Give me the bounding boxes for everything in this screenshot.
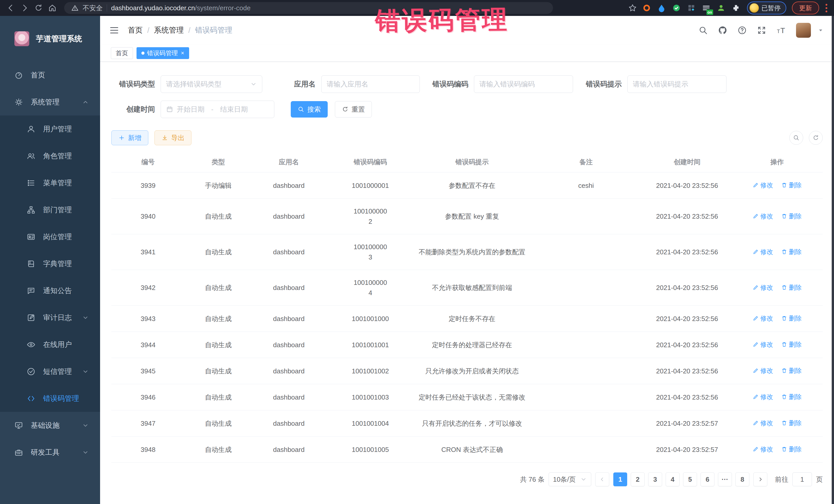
- delete-link[interactable]: 删除: [781, 180, 802, 190]
- chevron-up-icon: [82, 99, 89, 106]
- logo-row[interactable]: 芋道管理系统: [0, 16, 100, 62]
- grid-extension-icon[interactable]: [685, 2, 698, 14]
- sidebar-item-notice-announcement[interactable]: 通知公告: [0, 277, 100, 304]
- next-page-button[interactable]: [753, 473, 767, 486]
- browser-update-button[interactable]: 更新: [792, 2, 819, 14]
- github-icon[interactable]: [718, 26, 727, 35]
- hamburger-icon[interactable]: [109, 25, 119, 36]
- profile-paused-badge[interactable]: 已暂停: [747, 2, 786, 14]
- page-button-6[interactable]: 6: [701, 473, 715, 486]
- page-button-1[interactable]: 1: [613, 473, 627, 486]
- address-bar[interactable]: 不安全 dashboard.yudao.iocoder.cn/system/er…: [64, 2, 553, 14]
- sidebar-item-sms-management[interactable]: 短信管理: [0, 358, 100, 385]
- sidebar-item-post-management[interactable]: 岗位管理: [0, 223, 100, 250]
- page-button-5[interactable]: 5: [683, 473, 697, 486]
- sidebar-item-user-management[interactable]: 用户管理: [0, 115, 100, 143]
- edit-link[interactable]: 修改: [753, 282, 773, 292]
- edit-link[interactable]: 修改: [753, 444, 773, 454]
- delete-link[interactable]: 删除: [781, 211, 802, 221]
- cell-actions: 修改 删除: [731, 234, 823, 270]
- green-person-extension-icon[interactable]: [715, 2, 727, 14]
- page-ellipsis[interactable]: ···: [718, 473, 732, 486]
- sidebar-item-home[interactable]: 首页: [0, 62, 100, 89]
- goto-page-input[interactable]: [792, 473, 812, 486]
- edit-link[interactable]: 修改: [753, 211, 773, 221]
- tag-error-code[interactable]: 错误码管理 ×: [136, 47, 189, 59]
- delete-link[interactable]: 删除: [781, 247, 802, 257]
- delete-link[interactable]: 删除: [781, 444, 802, 454]
- sidebar-item-audit-log[interactable]: 审计日志: [0, 304, 100, 331]
- sidebar-item-dev-tools[interactable]: 研发工具: [0, 439, 100, 466]
- page-button-3[interactable]: 3: [648, 473, 662, 486]
- green-circle-extension-icon[interactable]: [670, 2, 683, 14]
- blue-drop-extension-icon[interactable]: [655, 2, 668, 14]
- toggle-search-icon[interactable]: [789, 131, 803, 145]
- export-button[interactable]: 导出: [154, 130, 192, 145]
- prev-page-button[interactable]: [595, 473, 609, 486]
- reset-button[interactable]: 重置: [335, 101, 372, 117]
- sidebar-item-dept-management[interactable]: 部门管理: [0, 196, 100, 223]
- sidebar-item-role-management[interactable]: 角色管理: [0, 143, 100, 169]
- delete-link[interactable]: 删除: [781, 366, 802, 376]
- monitor-icon: [14, 421, 23, 430]
- delete-link[interactable]: 删除: [781, 282, 802, 292]
- cell-app: dashboard: [252, 199, 326, 234]
- edit-link[interactable]: 修改: [753, 180, 773, 190]
- cell-created: 2021-04-20 23:52:56: [642, 199, 731, 234]
- edit-link[interactable]: 修改: [753, 418, 773, 428]
- error-type-select[interactable]: 请选择错误码类型: [161, 75, 262, 93]
- code-icon: [27, 394, 36, 403]
- puzzle-extension-icon[interactable]: [729, 2, 742, 14]
- delete-link[interactable]: 删除: [781, 392, 802, 402]
- back-icon[interactable]: [5, 2, 17, 14]
- sidebar-item-online-users[interactable]: 在线用户: [0, 331, 100, 358]
- page-button-2[interactable]: 2: [631, 473, 644, 486]
- avatar-caret-icon[interactable]: [817, 27, 824, 34]
- switch-on-extension-icon[interactable]: on: [700, 2, 712, 14]
- address-divider: [107, 4, 107, 12]
- browser-menu-icon[interactable]: [824, 4, 829, 12]
- error-hint-input[interactable]: [633, 80, 721, 88]
- page-size-select[interactable]: 10条/页: [549, 473, 591, 486]
- edit-link[interactable]: 修改: [753, 247, 773, 257]
- page-button-8[interactable]: 8: [736, 473, 749, 486]
- refresh-icon[interactable]: [809, 131, 823, 145]
- delete-link[interactable]: 删除: [781, 313, 802, 323]
- header-search-icon[interactable]: [699, 26, 708, 35]
- cell-hint: 只允许修改为开启或者关闭状态: [415, 358, 529, 384]
- sidebar-item-error-code-management[interactable]: 错误码管理: [0, 385, 100, 412]
- forward-icon[interactable]: [19, 2, 30, 14]
- date-range-picker[interactable]: 开始日期 - 结束日期: [161, 101, 274, 118]
- error-code-input[interactable]: [479, 80, 568, 88]
- edit-link[interactable]: 修改: [753, 339, 773, 350]
- delete-link[interactable]: 删除: [781, 418, 802, 428]
- tag-close-icon[interactable]: ×: [181, 50, 184, 57]
- page-button-4[interactable]: 4: [666, 473, 680, 486]
- add-button[interactable]: 新增: [111, 130, 148, 145]
- orange-ring-extension-icon[interactable]: [640, 2, 653, 14]
- edit-link[interactable]: 修改: [753, 392, 773, 402]
- cell-id: 3945: [111, 358, 185, 384]
- sidebar-item-dict-management[interactable]: 字典管理: [0, 250, 100, 277]
- breadcrumb-home[interactable]: 首页: [128, 25, 143, 36]
- search-button[interactable]: 搜索: [291, 101, 328, 117]
- sidebar-item-infrastructure[interactable]: 基础设施: [0, 412, 100, 439]
- user-avatar[interactable]: [796, 23, 811, 38]
- tree-icon: [27, 205, 36, 214]
- reload-icon[interactable]: [33, 2, 44, 14]
- sidebar-item-menu-management[interactable]: 菜单管理: [0, 169, 100, 196]
- sidebar-item-system-management[interactable]: 系统管理: [0, 89, 100, 115]
- scrollbar[interactable]: [832, 16, 834, 504]
- app-name-field-wrap: [321, 75, 420, 93]
- edit-link[interactable]: 修改: [753, 366, 773, 376]
- edit-link[interactable]: 修改: [753, 313, 773, 323]
- delete-link[interactable]: 删除: [781, 339, 802, 350]
- tag-home[interactable]: 首页: [111, 47, 133, 59]
- app-name-input[interactable]: [327, 80, 414, 88]
- help-icon[interactable]: [738, 26, 747, 35]
- font-size-icon[interactable]: TT: [776, 26, 786, 35]
- fullscreen-icon[interactable]: [757, 26, 766, 35]
- home-icon[interactable]: [47, 2, 58, 14]
- breadcrumb-system[interactable]: 系统管理: [154, 25, 184, 36]
- bookmark-star-icon[interactable]: [627, 2, 638, 14]
